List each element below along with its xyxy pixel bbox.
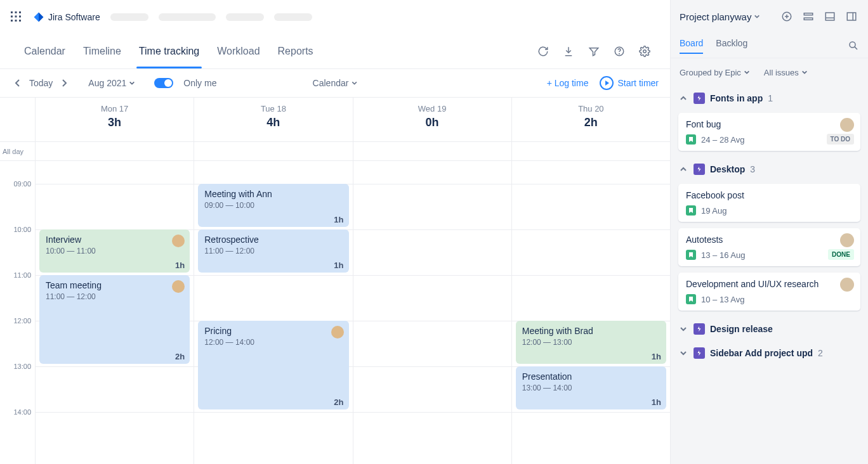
timer-icon: [600, 76, 614, 90]
svg-rect-6: [11, 20, 13, 22]
log-time-button[interactable]: + Log time: [547, 78, 589, 88]
story-icon: [686, 250, 696, 260]
calendar-event[interactable]: Meeting with Brad12:00 — 13:001h: [516, 321, 666, 364]
epic-icon: [694, 323, 705, 335]
allday-cell[interactable]: [353, 142, 511, 160]
day-column[interactable]: [353, 161, 511, 464]
tab-workload[interactable]: Workload: [208, 34, 268, 68]
hour-label: 11:00: [13, 271, 31, 279]
hour-label: 12:00: [13, 317, 31, 325]
side-tab-backlog[interactable]: Backlog: [716, 38, 747, 53]
assignee-avatar: [840, 233, 854, 247]
next-icon[interactable]: [58, 77, 70, 89]
chevron-icon: [680, 165, 688, 173]
epic-header[interactable]: Fonts in app 1: [676, 86, 863, 110]
allday-cell[interactable]: [194, 142, 352, 160]
assignee-avatar: [172, 235, 185, 247]
calendar-event[interactable]: Pricing12:00 — 14:002h: [198, 321, 348, 409]
story-icon: [686, 205, 696, 216]
epic-icon: [694, 164, 705, 175]
download-icon[interactable]: [558, 41, 579, 61]
side-panel: Project planyway Board Backlog Grouped b…: [670, 0, 868, 464]
allday-cell[interactable]: [35, 142, 194, 160]
assignee-avatar: [840, 278, 854, 292]
svg-rect-1: [15, 11, 17, 13]
side-tab-board[interactable]: Board: [680, 38, 703, 53]
panel-bottom-icon[interactable]: [822, 9, 838, 24]
main-tabs: Calendar Timeline Time tracking Workload…: [0, 34, 670, 68]
day-column[interactable]: Interview10:00 — 11:001hTeam meeting11:0…: [35, 161, 194, 464]
month-selector[interactable]: Aug 2021: [88, 78, 135, 88]
panel-right-icon[interactable]: [844, 9, 859, 24]
calendar-event[interactable]: Team meeting11:00 — 12:002h: [39, 275, 190, 364]
svg-point-10: [619, 53, 620, 54]
svg-rect-7: [15, 20, 17, 22]
svg-rect-15: [825, 13, 834, 20]
tab-calendar[interactable]: Calendar: [15, 34, 74, 68]
status-badge: TO DO: [827, 134, 854, 145]
calendar-event[interactable]: Presentation13:00 — 14:001h: [516, 366, 666, 409]
calendar-event[interactable]: Interview10:00 — 11:001h: [39, 229, 190, 273]
day-column[interactable]: Meeting with Ann09:00 — 10:001hRetrospec…: [194, 161, 352, 464]
svg-point-17: [850, 42, 855, 48]
add-icon[interactable]: [779, 9, 794, 24]
hour-label: 14:00: [13, 408, 31, 416]
svg-rect-13: [804, 13, 813, 15]
svg-rect-5: [19, 16, 21, 18]
epic-header[interactable]: Desktop 3: [676, 157, 863, 181]
issue-card[interactable]: Font bug24 – 28 AvgTO DO: [678, 113, 860, 151]
day-header: Tue 184h: [194, 98, 352, 141]
toolbar: Today Aug 2021 Only me Calendar + Log ti…: [0, 68, 670, 98]
jira-logo[interactable]: Jira Software: [33, 11, 100, 23]
svg-rect-0: [11, 11, 13, 13]
only-me-label: Only me: [183, 78, 216, 88]
tab-timeline[interactable]: Timeline: [74, 34, 130, 68]
prev-icon[interactable]: [11, 77, 24, 89]
issue-card[interactable]: Development and UI/UX research10 – 13 Av…: [678, 273, 860, 311]
day-header: Wed 190h: [353, 98, 511, 141]
app-bar: Jira Software: [0, 0, 670, 34]
svg-rect-2: [19, 11, 21, 13]
hour-label: 10:00: [13, 226, 31, 233]
tab-reports[interactable]: Reports: [269, 34, 322, 68]
calendar-event[interactable]: Retrospective11:00 — 12:001h: [198, 229, 348, 273]
day-column[interactable]: Meeting with Brad12:00 — 13:001hPresenta…: [511, 161, 670, 464]
svg-point-11: [643, 50, 647, 53]
search-icon[interactable]: [848, 40, 859, 51]
list-view-icon[interactable]: [801, 9, 816, 24]
status-badge: DONE: [828, 249, 854, 260]
epic-header[interactable]: Sidebar Add project upd 2: [676, 341, 863, 365]
story-icon: [686, 294, 696, 304]
today-button[interactable]: Today: [29, 78, 53, 88]
hour-label: 13:00: [13, 363, 31, 370]
app-switcher-icon[interactable]: [10, 11, 23, 23]
project-selector[interactable]: Project planyway: [680, 11, 760, 22]
day-header: Mon 173h: [35, 98, 194, 141]
issues-filter-selector[interactable]: All issues: [764, 68, 808, 77]
start-timer-button[interactable]: Start timer: [600, 76, 659, 90]
app-name: Jira Software: [48, 12, 100, 22]
svg-rect-4: [15, 16, 17, 18]
filter-icon[interactable]: [584, 41, 604, 61]
view-selector[interactable]: Calendar: [313, 78, 358, 88]
only-me-toggle[interactable]: [154, 78, 173, 88]
issue-card[interactable]: Autotests13 – 16 AugDONE: [678, 228, 860, 266]
svg-rect-16: [847, 13, 856, 20]
epic-icon: [694, 347, 705, 359]
issue-card[interactable]: Facebook post19 Aug: [678, 184, 860, 222]
svg-rect-14: [804, 18, 813, 20]
chevron-icon: [680, 349, 688, 357]
calendar-event[interactable]: Meeting with Ann09:00 — 10:001h: [198, 184, 348, 227]
help-icon[interactable]: [609, 41, 629, 61]
epic-header[interactable]: Design release: [676, 317, 863, 341]
assignee-avatar: [840, 118, 854, 132]
settings-icon[interactable]: [635, 41, 655, 61]
hour-label: 09:00: [13, 180, 31, 188]
chevron-icon: [680, 325, 688, 333]
epic-icon: [694, 93, 705, 104]
refresh-icon[interactable]: [533, 41, 553, 61]
allday-label: All day: [0, 142, 35, 160]
allday-cell[interactable]: [511, 142, 670, 160]
group-by-selector[interactable]: Grouped by Epic: [680, 68, 750, 77]
tab-time-tracking[interactable]: Time tracking: [130, 34, 208, 68]
